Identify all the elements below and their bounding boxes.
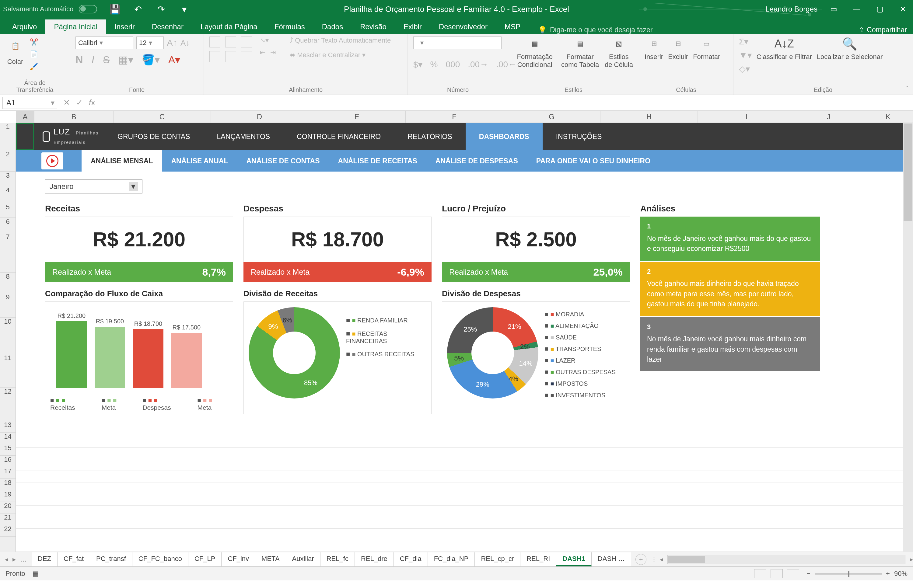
subtab-contas[interactable]: ANÁLISE DE CONTAS xyxy=(237,150,329,171)
accept-formula-icon[interactable]: ✓ xyxy=(76,98,83,107)
row-6[interactable]: 6 xyxy=(0,218,16,233)
toggle-icon[interactable] xyxy=(79,5,97,13)
sheet-tab[interactable]: Auxiliar xyxy=(286,552,321,566)
cell-styles-button[interactable]: ▧Estilos de Célula xyxy=(604,37,633,69)
row-14[interactable]: 14 xyxy=(0,433,16,444)
col-B[interactable]: B xyxy=(34,111,113,123)
row-1[interactable]: 1 xyxy=(0,123,16,150)
zoom-value[interactable]: 90% xyxy=(894,570,908,578)
row-7[interactable]: 7 xyxy=(0,233,16,273)
row-18[interactable]: 18 xyxy=(0,479,16,490)
save-icon[interactable]: 💾 xyxy=(109,4,120,15)
autosum-icon[interactable]: Σ▾ xyxy=(739,37,752,47)
indent-increase-icon[interactable]: ⇥ xyxy=(270,48,276,57)
col-K[interactable]: K xyxy=(862,111,913,123)
conditional-formatting-button[interactable]: ▦Formatação Condicional xyxy=(514,37,556,69)
sort-filter-button[interactable]: A↓ZClassificar e Filtrar xyxy=(757,37,812,61)
subtab-mensal[interactable]: ANÁLISE MENSAL xyxy=(82,150,162,171)
insert-cells-button[interactable]: ⊞Inserir xyxy=(644,37,663,61)
select-all-corner[interactable] xyxy=(0,111,0,123)
indent-decrease-icon[interactable]: ⇤ xyxy=(260,48,265,57)
row-headers[interactable]: 1 2 3 4 5 6 7 8 9 10 11 12 13 14 15 16 1… xyxy=(0,123,16,552)
col-E[interactable]: E xyxy=(308,111,406,123)
sheet-tab[interactable]: REL_dre xyxy=(355,552,394,566)
autosave-toggle[interactable]: Salvamento Automático xyxy=(3,5,97,13)
row-8[interactable]: 8 xyxy=(0,273,16,293)
sheet-tab[interactable]: DASH … xyxy=(592,552,631,566)
clear-icon[interactable]: ◇▾ xyxy=(739,64,752,74)
col-C[interactable]: C xyxy=(113,111,211,123)
sheet-tab[interactable]: CF_fat xyxy=(58,552,90,566)
bold-icon[interactable]: N xyxy=(76,54,83,66)
ribbon-tab-arquivo[interactable]: Arquivo xyxy=(4,19,45,34)
col-G[interactable]: G xyxy=(503,111,601,123)
empty-rows[interactable] xyxy=(16,436,903,552)
row-11[interactable]: 11 xyxy=(0,354,16,388)
zoom-out-icon[interactable]: − xyxy=(806,570,811,578)
font-color-icon[interactable]: A▾ xyxy=(168,53,180,66)
close-icon[interactable]: ✕ xyxy=(896,2,910,16)
cut-icon[interactable]: ✂️ xyxy=(30,38,38,46)
ribbon-options-icon[interactable]: ▭ xyxy=(827,2,840,16)
column-headers[interactable]: A B C D E F G H I J K xyxy=(16,111,913,123)
row-22[interactable]: 22 xyxy=(0,525,16,536)
worksheet[interactable]: LUZ Planilhas Empresariais GRUPOS DE CON… xyxy=(16,123,903,552)
row-15[interactable]: 15 xyxy=(0,444,16,456)
zoom-slider[interactable] xyxy=(815,573,882,575)
font-name-combo[interactable]: Calibri▾ xyxy=(76,37,133,49)
increase-decimal-icon[interactable]: .00→ xyxy=(468,60,488,69)
ribbon-tab-pagina-inicial[interactable]: Página Inicial xyxy=(45,19,106,34)
formula-input[interactable] xyxy=(101,97,913,109)
sheet-tab[interactable]: META xyxy=(255,552,286,566)
cancel-formula-icon[interactable]: ✕ xyxy=(63,98,70,107)
border-icon[interactable]: ▦▾ xyxy=(118,53,133,66)
collapse-ribbon-icon[interactable]: ˄ xyxy=(906,85,909,92)
share-button[interactable]: ⇪ Compartilhar xyxy=(858,26,907,34)
sheet-tab[interactable]: FC_dia_NP xyxy=(428,552,475,566)
sheet-tab[interactable]: PC_transf xyxy=(90,552,133,566)
orientation-icon[interactable]: ⤡▾ xyxy=(260,37,276,44)
user-name[interactable]: Leandro Borges xyxy=(766,5,817,13)
sheet-tab[interactable]: DEZ xyxy=(32,552,58,566)
format-cells-button[interactable]: ▭Formatar xyxy=(693,37,720,61)
thousands-icon[interactable]: 000 xyxy=(445,60,460,69)
increase-font-icon[interactable]: A↑ xyxy=(167,38,177,48)
col-A[interactable]: A xyxy=(16,111,34,123)
nav-dashboards[interactable]: DASHBOARDS xyxy=(466,123,542,150)
nav-relatorios[interactable]: RELATÓRIOS xyxy=(394,132,466,141)
fx-icon[interactable]: fx xyxy=(89,98,95,107)
row-2[interactable]: 2 xyxy=(0,150,16,171)
view-layout-icon[interactable] xyxy=(771,569,783,578)
row-17[interactable]: 17 xyxy=(0,467,16,479)
nav-lancamentos[interactable]: LANÇAMENTOS xyxy=(204,132,283,141)
row-21[interactable]: 21 xyxy=(0,514,16,525)
sheet-tab[interactable]: DASH1 xyxy=(556,552,592,566)
col-H[interactable]: H xyxy=(601,111,698,123)
find-select-button[interactable]: 🔍Localizar e Selecionar xyxy=(817,37,882,61)
ribbon-tab-formulas[interactable]: Fórmulas xyxy=(266,19,314,34)
sheet-tab[interactable]: CF_dia xyxy=(394,552,428,566)
subtab-despesas[interactable]: ANÁLISE DE DESPESAS xyxy=(426,150,527,171)
ribbon-tab-revisao[interactable]: Revisão xyxy=(351,19,395,34)
zoom-in-icon[interactable]: + xyxy=(886,570,890,578)
fill-color-icon[interactable]: 🪣▾ xyxy=(142,53,160,66)
tell-me-search[interactable]: 💡 Diga-me o que você deseja fazer xyxy=(538,26,653,34)
italic-icon[interactable]: I xyxy=(92,54,94,66)
format-painter-icon[interactable]: 🖌️ xyxy=(30,63,38,71)
minimize-icon[interactable]: — xyxy=(850,2,864,16)
col-D[interactable]: D xyxy=(211,111,308,123)
row-10[interactable]: 10 xyxy=(0,318,16,354)
nav-instrucoes[interactable]: INSTRUÇÕES xyxy=(542,132,615,141)
fill-icon[interactable]: ▼▾ xyxy=(739,50,752,60)
row-20[interactable]: 20 xyxy=(0,502,16,514)
hscroll-right-icon[interactable]: ▸ xyxy=(910,556,913,563)
row-19[interactable]: 19 xyxy=(0,490,16,502)
delete-cells-button[interactable]: ⊟Excluir xyxy=(668,37,688,61)
view-normal-icon[interactable] xyxy=(754,569,766,578)
currency-icon[interactable]: $▾ xyxy=(413,60,423,69)
format-as-table-button[interactable]: ▤Formatar como Tabela xyxy=(560,37,599,69)
wrap-text-button[interactable]: ⤴ Quebrar Texto Automaticamente xyxy=(290,37,391,44)
horizontal-scrollbar[interactable] xyxy=(667,555,905,564)
view-pagebreak-icon[interactable] xyxy=(787,569,799,578)
row-13[interactable]: 13 xyxy=(0,421,16,433)
